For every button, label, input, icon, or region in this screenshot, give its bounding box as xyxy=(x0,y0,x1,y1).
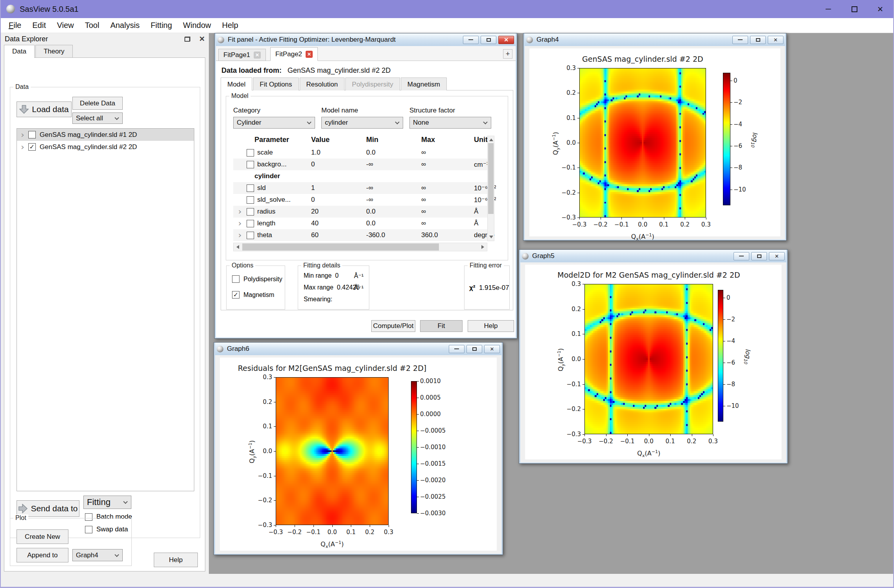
vscroll-thumb[interactable] xyxy=(488,143,494,214)
param-table-vscrollbar[interactable] xyxy=(487,136,494,241)
explorer-help-button[interactable]: Help xyxy=(154,553,198,567)
tree-item[interactable]: ›✓GenSAS mag_cylinder.sld #2 2D xyxy=(17,141,194,153)
graph4-titlebar[interactable]: Graph4 ✕ xyxy=(525,33,785,46)
model-name-combo[interactable]: cylinder xyxy=(321,117,403,129)
compute-plot-button[interactable]: Compute/Plot xyxy=(371,320,415,332)
expand-chevron-icon[interactable]: › xyxy=(233,231,247,240)
param-checkbox[interactable] xyxy=(247,232,254,239)
tab-resolution[interactable]: Resolution xyxy=(300,77,345,90)
menu-item-window[interactable]: Window xyxy=(177,19,216,31)
minimize-icon[interactable] xyxy=(463,36,479,44)
tab-close-icon[interactable]: ✕ xyxy=(306,51,313,58)
close-icon[interactable]: ✕ xyxy=(498,36,514,44)
menu-item-help[interactable]: Help xyxy=(217,19,244,31)
param-checkbox[interactable] xyxy=(247,220,254,227)
tab-close-icon[interactable]: ✕ xyxy=(254,52,261,59)
param-checkbox[interactable] xyxy=(247,208,254,216)
polydispersity-checkbox[interactable] xyxy=(232,275,240,283)
param-table-hscrollbar[interactable] xyxy=(233,243,487,251)
scroll-left-icon[interactable] xyxy=(236,245,239,249)
menu-item-analysis[interactable]: Analysis xyxy=(105,19,145,31)
param-value[interactable]: 1.0 xyxy=(311,149,366,157)
graph6-titlebar[interactable]: Graph6 ✕ xyxy=(215,343,501,355)
graph5-titlebar[interactable]: Graph5 ✕ xyxy=(520,250,786,262)
maximize-icon[interactable] xyxy=(481,36,496,44)
fit-help-button[interactable]: Help xyxy=(468,320,514,332)
minimize-icon[interactable] xyxy=(732,36,748,44)
x-tick-mark xyxy=(643,218,643,219)
magnetism-checkbox[interactable]: ✓ xyxy=(232,291,240,299)
menu-item-tool[interactable]: Tool xyxy=(79,19,105,31)
close-icon[interactable]: ✕ xyxy=(769,252,785,260)
send-to-combo[interactable]: Fitting xyxy=(83,496,131,509)
maximize-icon[interactable] xyxy=(466,345,482,353)
param-checkbox[interactable] xyxy=(247,161,254,168)
close-icon[interactable]: ✕ xyxy=(867,0,893,18)
tab-fit-options[interactable]: Fit Options xyxy=(253,77,299,90)
graph4-colorbar xyxy=(723,73,730,205)
maximize-icon[interactable] xyxy=(750,36,766,44)
tab-fitpage1[interactable]: FitPage1✕ xyxy=(218,49,266,61)
param-value[interactable]: 1 xyxy=(311,184,366,192)
minimize-icon[interactable]: ─ xyxy=(815,0,841,18)
colorbar-tick-mark xyxy=(723,406,725,406)
maximize-icon[interactable] xyxy=(841,0,867,18)
expand-chevron-icon[interactable]: › xyxy=(21,143,24,151)
param-name-cell: backgro... xyxy=(247,160,311,168)
menu-item-edit[interactable]: Edit xyxy=(27,19,51,31)
y-tick-label: 0.2 xyxy=(560,306,581,313)
fit-panel-titlebar[interactable]: Fit panel - Active Fitting Optimizer: Le… xyxy=(216,33,516,46)
structure-factor-combo[interactable]: None xyxy=(409,117,491,129)
tree-item-checkbox[interactable] xyxy=(28,131,36,138)
param-value[interactable]: 60 xyxy=(311,231,366,239)
append-to-button[interactable]: Append to xyxy=(17,548,68,562)
maximize-icon[interactable] xyxy=(751,252,767,260)
close-icon[interactable]: ✕ xyxy=(484,345,500,353)
graph5-window[interactable]: Graph5 ✕ Model2D for M2 GenSAS mag_cylin… xyxy=(519,249,788,464)
colorbar-tick-mark xyxy=(417,431,419,431)
param-value[interactable]: 20 xyxy=(311,208,366,216)
hscroll-thumb[interactable] xyxy=(242,243,439,251)
graph6-window[interactable]: Graph6 ✕ Residuals for M2[GenSAS mag_cyl… xyxy=(214,342,503,555)
dock-close-icon[interactable]: ✕ xyxy=(199,35,205,42)
expand-chevron-icon[interactable]: › xyxy=(21,131,24,139)
tree-item-checkbox[interactable]: ✓ xyxy=(28,143,36,151)
graph4-window[interactable]: Graph4 ✕ GenSAS mag_cylinder.sld #2 2D−0… xyxy=(523,33,787,241)
tab-polydispersity[interactable]: Polydispersity xyxy=(345,77,400,90)
menu-item-view[interactable]: View xyxy=(52,19,79,31)
fit-panel-window[interactable]: Fit panel - Active Fitting Optimizer: Le… xyxy=(214,33,517,339)
tab-fitpage2[interactable]: FitPage2✕ xyxy=(270,47,318,61)
fit-button[interactable]: Fit xyxy=(420,320,463,332)
minimize-icon[interactable] xyxy=(449,345,465,353)
scroll-up-icon[interactable] xyxy=(489,138,493,141)
minimize-icon[interactable] xyxy=(734,252,749,260)
param-checkbox[interactable] xyxy=(247,184,254,192)
delete-data-button[interactable]: Delete Data xyxy=(72,97,123,110)
new-fitpage-button[interactable]: + xyxy=(503,49,512,59)
param-checkbox[interactable] xyxy=(247,149,254,157)
expand-chevron-icon[interactable]: › xyxy=(233,219,247,228)
param-checkbox[interactable] xyxy=(247,196,254,204)
category-combo[interactable]: Cylinder xyxy=(233,117,315,129)
select-all-combo[interactable]: Select all xyxy=(72,112,123,124)
scroll-right-icon[interactable] xyxy=(481,245,484,249)
menu-item-fitting[interactable]: Fitting xyxy=(145,19,177,31)
param-value[interactable]: 0 xyxy=(311,196,366,204)
param-value[interactable]: 40 xyxy=(311,219,366,227)
tab-theory[interactable]: Theory xyxy=(35,45,73,57)
param-value[interactable]: 0 xyxy=(311,160,366,168)
append-graph-combo[interactable]: Graph4 xyxy=(72,549,123,561)
create-new-button[interactable]: Create New xyxy=(17,529,68,544)
load-data-button[interactable]: Load data xyxy=(17,101,72,117)
close-icon[interactable]: ✕ xyxy=(768,36,783,44)
tree-item[interactable]: ›GenSAS mag_cylinder.sld #1 2D xyxy=(17,129,194,141)
menu-item-file[interactable]: File xyxy=(3,19,27,31)
dock-float-icon[interactable] xyxy=(184,37,190,42)
y-tick-label: 0.1 xyxy=(252,423,272,430)
tab-magnetism[interactable]: Magnetism xyxy=(401,77,447,90)
tab-data[interactable]: Data xyxy=(4,45,35,58)
expand-chevron-icon[interactable]: › xyxy=(233,207,247,216)
scroll-down-icon[interactable] xyxy=(489,236,493,238)
tab-model[interactable]: Model xyxy=(221,77,252,90)
y-tick-mark xyxy=(582,334,584,334)
